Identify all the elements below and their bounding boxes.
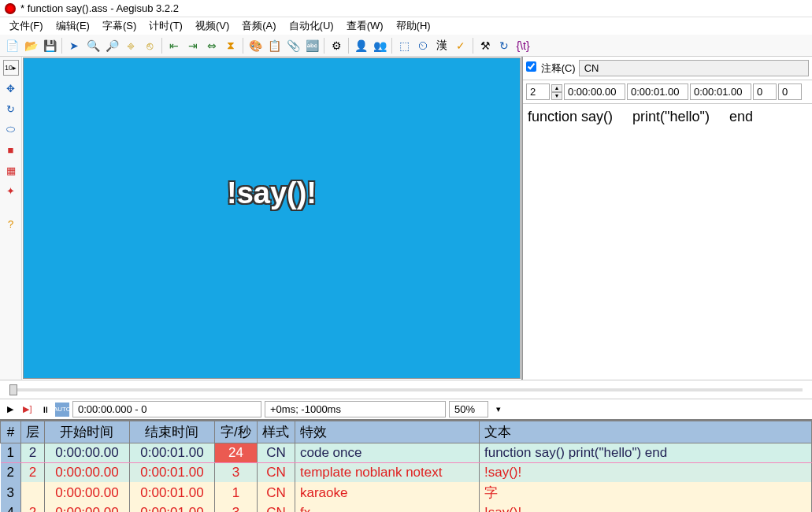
col-effect[interactable]: 特效 bbox=[295, 421, 479, 443]
video-sidebar: 10▸ ✥ ↻ ⬭ ■ ▦ ✦ ? bbox=[0, 57, 22, 380]
cell-cps: 3 bbox=[214, 503, 257, 512]
cell-start: 0:00:00.00 bbox=[44, 503, 129, 512]
jump-video-icon[interactable]: ⎆ bbox=[122, 37, 139, 54]
layer-field[interactable] bbox=[526, 83, 550, 100]
select-icon[interactable]: ⇔ bbox=[203, 37, 221, 54]
margin-l-field[interactable] bbox=[753, 83, 777, 100]
move-icon[interactable]: ✥ bbox=[3, 80, 19, 96]
offset-field[interactable] bbox=[265, 401, 446, 417]
table-row[interactable]: 220:00:00.000:00:01.003CNtemplate noblan… bbox=[1, 463, 812, 483]
cell-style: CN bbox=[257, 482, 295, 503]
col-layer[interactable]: 层 bbox=[20, 421, 44, 443]
video-canvas[interactable]: !say()! bbox=[23, 58, 521, 379]
properties-icon[interactable]: 📋 bbox=[265, 37, 283, 54]
automation-icon[interactable]: ⚙ bbox=[328, 37, 345, 54]
options-icon[interactable]: ⚒ bbox=[476, 37, 494, 54]
cell-start: 0:00:00.00 bbox=[44, 482, 129, 503]
cell-text: 字 bbox=[479, 482, 811, 503]
cell-num: 4 bbox=[1, 503, 21, 512]
toolbar: 📄 📂 💾 ➤ 🔍 🔎 ⎆ ⎋ ⇤ ⇥ ⇔ ⧗ 🎨 📋 📎 🔤 ⚙ 👤 👥 ⬚ … bbox=[0, 35, 812, 57]
save-file-icon[interactable]: 💾 bbox=[41, 37, 58, 54]
attachments-icon[interactable]: 📎 bbox=[284, 37, 302, 54]
col-num[interactable]: # bbox=[1, 421, 21, 443]
comment-checkbox[interactable] bbox=[526, 61, 536, 72]
help-icon[interactable]: ? bbox=[3, 216, 19, 232]
cell-text: !say()! bbox=[479, 503, 811, 512]
menu-view[interactable]: 查看(W) bbox=[342, 17, 388, 35]
col-end[interactable]: 结束时间 bbox=[129, 421, 214, 443]
play-icon[interactable]: ▶ bbox=[3, 403, 17, 417]
cell-cps: 1 bbox=[214, 482, 257, 503]
start-time-field[interactable] bbox=[564, 83, 625, 100]
menu-help[interactable]: 帮助(H) bbox=[391, 17, 436, 35]
jump-icon[interactable]: ➤ bbox=[65, 37, 83, 54]
play-line-icon[interactable]: ▶] bbox=[20, 403, 35, 417]
col-cps[interactable]: 字/秒 bbox=[214, 421, 257, 443]
cell-effect: karaoke bbox=[295, 482, 479, 503]
menu-video[interactable]: 视频(V) bbox=[191, 17, 234, 35]
menu-edit[interactable]: 编辑(E) bbox=[51, 17, 95, 35]
autoscroll-icon[interactable]: AUTO bbox=[55, 403, 69, 417]
cell-layer: 2 bbox=[20, 463, 44, 483]
cell-num: 1 bbox=[1, 443, 21, 463]
zoom-field[interactable] bbox=[449, 401, 488, 417]
timing-icon[interactable]: ⏲ bbox=[414, 37, 432, 54]
col-style[interactable]: 样式 bbox=[257, 421, 295, 443]
seek-thumb[interactable] bbox=[9, 384, 17, 395]
menu-audio[interactable]: 音频(A) bbox=[237, 17, 280, 35]
layer-spinner[interactable]: ▲▼ bbox=[551, 84, 562, 100]
subtitle-text-editor[interactable]: function say() print("hello") end bbox=[523, 104, 812, 380]
margin-r-field[interactable] bbox=[778, 83, 802, 100]
duration-field[interactable] bbox=[690, 83, 751, 100]
new-file-icon[interactable]: 📄 bbox=[3, 37, 20, 54]
table-row[interactable]: 120:00:00.000:00:01.0024CNcode oncefunct… bbox=[1, 443, 812, 463]
menu-automation[interactable]: 自动化(U) bbox=[284, 17, 339, 35]
cell-effect: code once bbox=[295, 443, 479, 463]
subtitle-grid: # 层 开始时间 结束时间 字/秒 样式 特效 文本 120:00:00.000… bbox=[0, 419, 812, 512]
zoom-in-icon[interactable]: 🔍 bbox=[84, 37, 102, 54]
menu-file[interactable]: 文件(F) bbox=[5, 17, 48, 35]
cell-style: CN bbox=[257, 443, 295, 463]
fonts-icon[interactable]: 🔤 bbox=[303, 37, 321, 54]
cell-start: 0:00:00.00 bbox=[44, 463, 129, 483]
vector-clip-icon[interactable]: ✦ bbox=[3, 183, 19, 198]
position-field[interactable] bbox=[72, 401, 261, 417]
table-row[interactable]: 30:00:00.000:00:01.001CNkaraoke字 bbox=[1, 482, 812, 503]
cell-layer: 2 bbox=[20, 443, 44, 463]
scale-icon[interactable]: ■ bbox=[3, 142, 19, 158]
zoom-out-icon[interactable]: 🔎 bbox=[103, 37, 121, 54]
cursor-icon[interactable]: 10▸ bbox=[3, 60, 19, 76]
menu-timing[interactable]: 计时(T) bbox=[144, 17, 187, 35]
shift-icon[interactable]: ⧗ bbox=[222, 37, 239, 54]
spellcheck-icon[interactable]: ✓ bbox=[452, 37, 469, 54]
rotate-xy-icon[interactable]: ⬭ bbox=[3, 121, 19, 137]
open-file-icon[interactable]: 📂 bbox=[22, 37, 39, 54]
app-icon bbox=[5, 3, 16, 14]
jump-sub-icon[interactable]: ⎋ bbox=[141, 37, 158, 54]
snap-end-icon[interactable]: ⇥ bbox=[184, 37, 202, 54]
kanji-icon[interactable]: 漢 bbox=[433, 37, 450, 54]
edit-pane: 注释(C) CN ▲▼ function say() print("hello"… bbox=[522, 57, 812, 380]
table-row[interactable]: 420:00:00.000:00:01.003CNfx!say()! bbox=[1, 503, 812, 512]
assistant-icon[interactable]: 👤 bbox=[352, 37, 369, 54]
snap-start-icon[interactable]: ⇤ bbox=[165, 37, 183, 54]
style-manager-icon[interactable]: 🎨 bbox=[247, 37, 264, 54]
menu-subtitle[interactable]: 字幕(S) bbox=[98, 17, 141, 35]
cell-num: 2 bbox=[1, 463, 21, 483]
cell-cps: 3 bbox=[214, 463, 257, 483]
resample-icon[interactable]: ⬚ bbox=[395, 37, 413, 54]
col-text[interactable]: 文本 bbox=[479, 421, 811, 443]
col-start[interactable]: 开始时间 bbox=[44, 421, 129, 443]
rotate-z-icon[interactable]: ↻ bbox=[3, 101, 19, 117]
pause-icon[interactable]: ⏸ bbox=[38, 403, 52, 417]
assistant2-icon[interactable]: 👥 bbox=[371, 37, 388, 54]
cycle-icon[interactable]: ↻ bbox=[495, 37, 513, 54]
end-time-field[interactable] bbox=[627, 83, 688, 100]
style-dropdown[interactable]: CN bbox=[579, 60, 809, 76]
zoom-dropdown-icon[interactable]: ▾ bbox=[491, 403, 506, 417]
clip-icon[interactable]: ▦ bbox=[3, 162, 19, 178]
cell-layer: 2 bbox=[20, 503, 44, 512]
seek-slider[interactable] bbox=[9, 388, 803, 391]
comment-checkbox-label[interactable]: 注释(C) bbox=[526, 61, 576, 76]
toggle-icon[interactable]: {\t} bbox=[514, 37, 532, 54]
